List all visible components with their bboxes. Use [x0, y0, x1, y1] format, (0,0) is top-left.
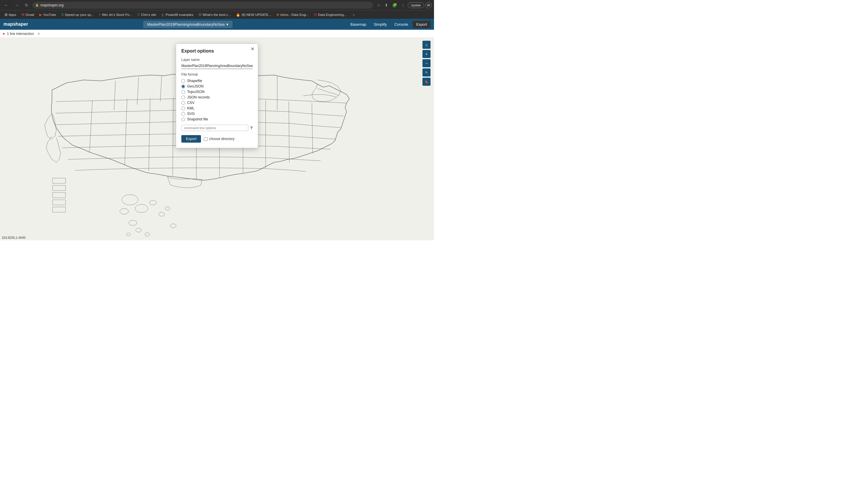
choose-dir-checkbox[interactable]	[204, 137, 208, 141]
profile-button[interactable]: W	[425, 2, 432, 8]
simplify-button[interactable]: Simplify	[371, 21, 390, 28]
choose-dir-label[interactable]: choose directory	[204, 137, 235, 141]
snapshot-label: Snapshot file	[187, 117, 208, 121]
bookmark-dataeng[interactable]: M Data Engineering...	[312, 12, 348, 18]
shapefile-label: Shapefile	[187, 79, 202, 83]
basemap-button[interactable]: Basemap	[347, 21, 369, 28]
topojson-label: TopoJSON	[187, 90, 205, 94]
bookmark-apps[interactable]: ⊞ Apps	[2, 12, 19, 18]
whats-icon: M	[199, 13, 202, 17]
speedup-icon: S	[61, 13, 64, 17]
notif-dot-icon: ■	[3, 32, 5, 35]
kml-label: KML	[187, 106, 195, 110]
bookmarks-bar: ⊞ Apps M Gmail ▶ YouTube S Speed up your…	[0, 10, 434, 19]
file-format-group: File format Shapefile GeoJSON TopoJSON	[181, 72, 253, 121]
choose-dir-text: choose directory	[209, 137, 235, 141]
shapefile-radio[interactable]	[181, 79, 185, 83]
bookmark-speedup[interactable]: S Speed up your sp...	[59, 12, 96, 18]
topojson-radio[interactable]	[181, 90, 185, 94]
powerbi-icon: ◧	[161, 13, 164, 17]
help-button[interactable]: ?	[250, 126, 253, 130]
export-row: Export choose directory	[181, 135, 253, 142]
svg-radio[interactable]	[181, 112, 185, 116]
export-button[interactable]: Export	[181, 135, 201, 142]
layer-selector[interactable]: MasterPlan2019PlanningAreaBoundaryNoSea …	[143, 21, 232, 28]
geojson-label: GeoJSON	[187, 84, 204, 88]
format-topojson[interactable]: TopoJSON	[181, 90, 253, 94]
more-button[interactable]: ⋮	[400, 2, 407, 9]
format-kml[interactable]: KML	[181, 106, 253, 110]
notification-bar: ■ 1 line intersection ✕	[0, 30, 434, 38]
bookmark-intros[interactable]: ⊕ intros - Data Engi...	[274, 12, 311, 18]
bookmark-powerbi[interactable]: ◧ PowerBI examples	[159, 12, 196, 18]
lock-icon: 🔒	[35, 3, 39, 7]
bookmark-more[interactable]: »	[350, 12, 357, 17]
format-geojson[interactable]: GeoJSON	[181, 84, 253, 88]
format-json-records[interactable]: JSON records	[181, 95, 253, 99]
app-logo: mapshaper	[3, 22, 28, 27]
snapshot-radio[interactable]	[181, 118, 185, 121]
bookmark-youtube-label: YouTube	[43, 13, 56, 17]
bookmark-powerbi-label: PowerBI examples	[166, 13, 193, 17]
reload-button[interactable]: ↻	[23, 2, 30, 9]
notification-close-button[interactable]: ✕	[37, 32, 40, 36]
json-records-label: JSON records	[187, 95, 210, 99]
format-shapefile[interactable]: Shapefile	[181, 79, 253, 83]
newupdate-icon: 🔥	[236, 13, 240, 17]
bookmark-whats[interactable]: M What's the best c...	[196, 12, 233, 18]
apps-icon: ⊞	[5, 13, 7, 17]
cmd-row: ?	[181, 125, 253, 131]
bookmark-apps-label: Apps	[9, 13, 16, 17]
csv-radio[interactable]	[181, 101, 185, 105]
bookmark-speedup-label: Speed up your sp...	[65, 13, 94, 17]
address-bar[interactable]: 🔒 mapshaper.org	[32, 2, 373, 9]
bookmark-whats-label: What's the best c...	[203, 13, 231, 17]
bookmark-gmail-label: Gmail	[25, 13, 34, 17]
map-area: ⌂ + − ↖ 🔖 103.8255,1.4045 Export options…	[0, 38, 434, 241]
youtube-icon: ▶	[39, 13, 42, 17]
bookmark-chins[interactable]: C Chin's site	[135, 12, 158, 18]
dataeng-icon: M	[314, 13, 317, 17]
export-dialog: Export options ✕ Layer name File format …	[176, 43, 258, 148]
update-button[interactable]: Update	[408, 2, 424, 8]
svg-label: SVG	[187, 112, 195, 116]
star-button[interactable]: ☆	[375, 2, 382, 9]
weijin-icon: +	[99, 13, 101, 17]
bookmark-youtube[interactable]: ▶ YouTube	[37, 12, 58, 18]
layer-name: MasterPlan2019PlanningAreaBoundaryNoSea	[147, 22, 225, 27]
export-nav-button[interactable]: Export	[413, 21, 431, 28]
bookmark-newupdate[interactable]: 🔥 (8) NEW UPDATE...	[234, 12, 274, 18]
extensions-button[interactable]: 🧩	[391, 2, 399, 9]
bookmark-weijin-label: Wei Jin's Stock Po...	[102, 13, 132, 17]
notification-text: 1 line intersection	[7, 32, 34, 36]
back-button[interactable]: ←	[2, 1, 10, 9]
bookmark-weijin[interactable]: + Wei Jin's Stock Po...	[96, 12, 134, 18]
layer-name-label: Layer name	[181, 58, 253, 62]
format-radio-group: Shapefile GeoJSON TopoJSON JSON records	[181, 79, 253, 121]
geojson-radio[interactable]	[181, 85, 185, 88]
forward-button[interactable]: →	[13, 1, 21, 9]
cmd-input[interactable]	[181, 125, 248, 131]
kml-radio[interactable]	[181, 106, 185, 110]
share-button[interactable]: ⬆	[383, 2, 390, 9]
bookmark-dataeng-label: Data Engineering...	[318, 13, 346, 17]
file-format-label: File format	[181, 72, 253, 76]
app-bar-right: Basemap Simplify Console Export	[347, 21, 431, 28]
modal-title: Export options	[181, 49, 253, 54]
json-records-radio[interactable]	[181, 96, 185, 99]
modal-overlay: Export options ✕ Layer name File format …	[0, 38, 434, 241]
url-text: mapshaper.org	[40, 3, 64, 7]
format-csv[interactable]: CSV	[181, 101, 253, 105]
bookmark-gmail[interactable]: M Gmail	[19, 12, 36, 18]
layer-name-input[interactable]	[181, 63, 253, 69]
layer-name-group: Layer name	[181, 58, 253, 69]
csv-label: CSV	[187, 101, 195, 105]
dropdown-arrow-icon: ▾	[226, 22, 228, 27]
app-bar-center: MasterPlan2019PlanningAreaBoundaryNoSea …	[28, 21, 347, 28]
format-svg[interactable]: SVG	[181, 112, 253, 116]
format-snapshot[interactable]: Snapshot file	[181, 117, 253, 121]
chins-icon: C	[137, 13, 140, 17]
intros-icon: ⊕	[276, 13, 279, 17]
modal-close-button[interactable]: ✕	[251, 47, 254, 52]
console-button[interactable]: Console	[392, 21, 411, 28]
